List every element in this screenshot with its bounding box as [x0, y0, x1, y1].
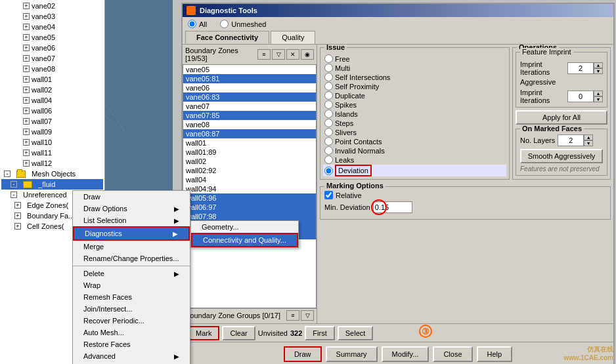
- summary-button[interactable]: Summary: [326, 346, 378, 362]
- tree-item[interactable]: + wall10: [1, 137, 103, 148]
- tree-item-fluid[interactable]: - _fluid: [1, 179, 103, 190]
- zone-filter-btn-1[interactable]: ≡: [257, 49, 271, 60]
- aggressive-input[interactable]: 0: [567, 91, 594, 102]
- apply-for-all-button[interactable]: Apply for All: [516, 110, 607, 125]
- select-button[interactable]: Select: [338, 326, 374, 340]
- tree-item[interactable]: + vane07: [1, 53, 103, 64]
- zone-list-item[interactable]: wall07:98: [183, 212, 316, 221]
- zone-list-item[interactable]: vane08:87: [183, 129, 316, 138]
- context-menu-item-delete[interactable]: Delete▶: [73, 268, 190, 279]
- zone-list-item[interactable]: vane06: [183, 83, 316, 92]
- tab-face-connectivity[interactable]: Face Connectivity: [185, 31, 269, 44]
- draw-button[interactable]: Draw: [284, 346, 322, 362]
- tree-item[interactable]: + wall04: [1, 95, 103, 106]
- mark-button[interactable]: Mark: [188, 326, 219, 340]
- radio-spikes[interactable]: [324, 100, 333, 109]
- group-filter-btn-1[interactable]: ≡: [286, 310, 299, 321]
- radio-all[interactable]: [188, 20, 196, 28]
- context-menu-item-merge[interactable]: Merge: [73, 241, 190, 253]
- zone-filter-btn-4[interactable]: ◉: [301, 49, 314, 60]
- zone-filter-btn-3[interactable]: ✕: [286, 49, 299, 60]
- zone-list-item[interactable]: wall04: [183, 175, 316, 184]
- zone-list-item[interactable]: wall02: [183, 157, 316, 166]
- zone-list-item[interactable]: wall02:92: [183, 166, 316, 175]
- radio-islands[interactable]: [324, 110, 333, 118]
- context-menu-item-restore[interactable]: Restore Faces: [73, 338, 190, 350]
- radio-slivers[interactable]: [324, 128, 333, 136]
- tree-item[interactable]: + vane04: [1, 22, 103, 32]
- sub-menu-item-connectivity[interactable]: Connectivity and Quality...: [191, 233, 298, 247]
- radio-steps[interactable]: [324, 119, 333, 127]
- radio-invalid-normals[interactable]: [324, 146, 333, 155]
- first-button[interactable]: First: [305, 326, 334, 340]
- radio-self-proximity[interactable]: [324, 82, 333, 91]
- zone-list-item[interactable]: wall06:97: [183, 203, 316, 212]
- context-menu-item-advanced[interactable]: Advanced▶: [73, 350, 190, 362]
- layers-down[interactable]: ▼: [584, 140, 593, 146]
- radio-self-intersections[interactable]: [324, 73, 333, 81]
- radio-unmeshed[interactable]: [220, 20, 229, 28]
- smooth-aggressively-button[interactable]: Smooth Aggressively: [520, 149, 603, 163]
- zone-list-item[interactable]: wall01:89: [183, 148, 316, 157]
- zone-list-item[interactable]: vane06:83: [183, 92, 316, 102]
- tree-item[interactable]: + wall06: [1, 106, 103, 116]
- context-menu-item-rename[interactable]: Rename/Change Properties...: [73, 253, 190, 264]
- zone-list-item[interactable]: vane07: [183, 102, 316, 111]
- dialog-tabs: Face Connectivity Quality: [183, 31, 613, 45]
- tree-item[interactable]: + wall09: [1, 127, 103, 137]
- spinner-up[interactable]: ▲: [594, 62, 603, 68]
- clear-button[interactable]: Clear: [222, 326, 255, 340]
- sub-menu-item-geometry[interactable]: Geometry...: [191, 221, 298, 233]
- radio-all-label[interactable]: All: [188, 20, 207, 28]
- zone-filter-btn-2[interactable]: ▽: [272, 49, 285, 60]
- context-menu-item-remesh[interactable]: Remesh Faces: [73, 291, 190, 303]
- radio-multi[interactable]: [324, 64, 333, 72]
- close-button[interactable]: Close: [433, 346, 472, 362]
- tree-item[interactable]: + vane06: [1, 43, 103, 53]
- imprint-iterations-input[interactable]: 2: [567, 62, 594, 74]
- help-button[interactable]: Help: [477, 346, 513, 362]
- context-menu-item-draw-options[interactable]: Draw Options▶: [73, 203, 190, 214]
- radio-deviation[interactable]: [324, 167, 333, 175]
- zone-list-item[interactable]: vane07:85: [183, 111, 316, 120]
- radio-unmeshed-label[interactable]: Unmeshed: [220, 20, 266, 28]
- spinner-down-2[interactable]: ▼: [594, 96, 603, 102]
- zone-list-item[interactable]: vane08: [183, 120, 316, 129]
- tree-item[interactable]: + vane05: [1, 32, 103, 43]
- zone-listbox[interactable]: vane05 vane05:81 vane06 vane06:83 vane07…: [183, 64, 317, 308]
- context-menu-item-list-selection[interactable]: List Selection▶: [73, 214, 190, 226]
- tree-item[interactable]: + wall07: [1, 116, 103, 127]
- context-menu-item-wrap[interactable]: Wrap: [73, 279, 190, 291]
- radio-duplicate[interactable]: [324, 91, 333, 100]
- context-menu-item-recover[interactable]: Recover Periodic...: [73, 315, 190, 327]
- tree-item[interactable]: + vane02: [1, 1, 103, 11]
- tree-item[interactable]: + wall02: [1, 85, 103, 95]
- zone-list-item[interactable]: wall04:94: [183, 184, 316, 193]
- layers-up[interactable]: ▲: [584, 134, 593, 140]
- context-menu-item-draw[interactable]: Draw: [73, 191, 190, 203]
- tab-quality[interactable]: Quality: [271, 31, 315, 44]
- tree-item[interactable]: + wall01: [1, 74, 103, 85]
- layers-input[interactable]: 2: [558, 134, 584, 146]
- radio-free[interactable]: [324, 54, 333, 63]
- tree-item[interactable]: + vane03: [1, 11, 103, 22]
- context-menu-item-auto-mesh[interactable]: Auto Mesh...: [73, 327, 190, 338]
- relative-checkbox[interactable]: [324, 191, 333, 199]
- radio-point-contacts[interactable]: [324, 137, 333, 146]
- spinner-up-2[interactable]: ▲: [594, 91, 603, 96]
- context-menu-item-diagnostics[interactable]: Diagnostics▶: [73, 226, 190, 241]
- spinner-down[interactable]: ▼: [594, 68, 603, 74]
- context-menu-item-join[interactable]: Join/Intersect...: [73, 303, 190, 315]
- radio-leaks[interactable]: [324, 155, 333, 164]
- group-filter-btn-2[interactable]: ▽: [301, 310, 314, 321]
- tree-item[interactable]: + wall11: [1, 148, 103, 158]
- zone-list-item[interactable]: vane05:81: [183, 74, 316, 83]
- zone-list-item[interactable]: vane05: [183, 65, 316, 74]
- tree-item[interactable]: + wall12: [1, 158, 103, 169]
- tree-item[interactable]: + vane08: [1, 64, 103, 74]
- min-deviation-input[interactable]: 0.15: [373, 201, 412, 213]
- modify-button[interactable]: Modify...: [382, 346, 429, 362]
- tree-item-mesh-objects[interactable]: - Mesh Objects: [1, 169, 103, 179]
- zone-list-item[interactable]: wall01: [183, 138, 316, 148]
- zone-list-item[interactable]: wall05:96: [183, 193, 316, 203]
